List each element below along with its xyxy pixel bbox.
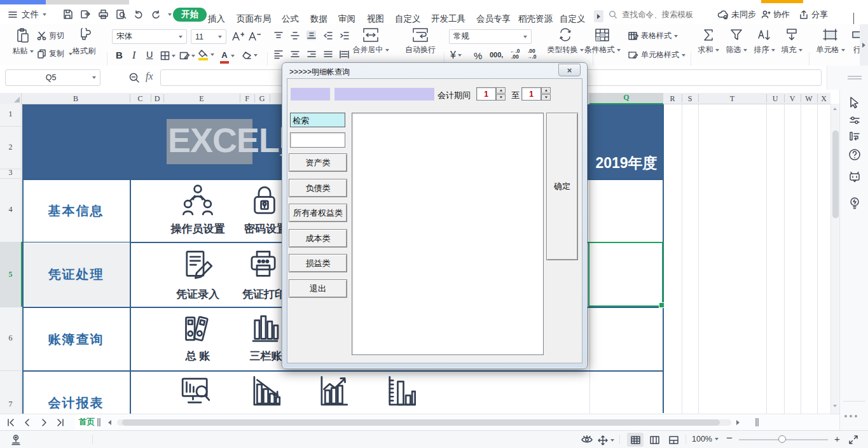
column-header-q-selected[interactable]: Q	[589, 93, 663, 104]
row-header-1[interactable]: 1	[0, 109, 21, 119]
increase-indent-icon[interactable]	[340, 31, 349, 40]
draw-border-button[interactable]	[179, 51, 195, 60]
tab-review[interactable]: 审阅	[338, 13, 355, 25]
fill-color-button[interactable]	[198, 50, 214, 60]
tab-insert[interactable]: 插入	[208, 13, 225, 25]
italic-button[interactable]: I	[132, 50, 135, 61]
save-icon[interactable]	[62, 9, 73, 20]
fill-button[interactable]: 填充	[778, 28, 806, 55]
font-size-select[interactable]: 11	[191, 29, 226, 44]
filter-button[interactable]: 筛选	[722, 28, 750, 55]
print-icon[interactable]	[98, 9, 109, 20]
panel-more-icon[interactable]	[844, 415, 847, 417]
merge-center-button[interactable]: 合并居中	[349, 28, 392, 55]
column-header-b[interactable]: B	[22, 94, 129, 104]
dialog-close-button[interactable]: ×	[558, 64, 581, 76]
tab-custom[interactable]: 自定义	[395, 13, 421, 25]
horizontal-scrollbar[interactable]	[117, 419, 731, 426]
column-header-w[interactable]: W	[801, 94, 817, 104]
zoom-level[interactable]: 100%	[692, 435, 719, 444]
voucher-entry-icon[interactable]	[179, 248, 216, 284]
column-header-v[interactable]: V	[784, 94, 801, 104]
subject-search-input[interactable]	[290, 132, 345, 148]
selection-mode-button[interactable]	[598, 435, 614, 445]
collapse-ribbon-icon[interactable]	[853, 13, 854, 25]
period-to-input[interactable]: 1	[521, 87, 541, 101]
fill-handle[interactable]	[659, 302, 665, 308]
ruler-chart-icon[interactable]	[382, 374, 419, 410]
tab-custom-2[interactable]: 自定义	[560, 13, 586, 25]
spin-down-icon[interactable]	[496, 94, 506, 101]
row-header-2[interactable]: 2	[0, 143, 21, 152]
three-column-icon[interactable]	[247, 309, 284, 347]
select-all-corner[interactable]	[0, 93, 22, 104]
print-preview-icon[interactable]	[116, 9, 127, 20]
sort-button[interactable]: 排序	[750, 28, 779, 55]
eraser-button[interactable]	[242, 51, 258, 60]
share-button[interactable]: 分享	[799, 4, 828, 24]
column-header-s[interactable]: S	[682, 94, 698, 104]
column-header-f[interactable]: F	[240, 94, 254, 104]
prev-sheet-icon[interactable]	[23, 418, 32, 427]
tabs-overflow-button[interactable]	[594, 10, 603, 22]
column-header-g[interactable]: G	[254, 94, 270, 104]
last-sheet-icon[interactable]	[56, 418, 65, 427]
paste-button[interactable]: 粘贴	[9, 28, 37, 57]
collaborate-button[interactable]: 协作	[761, 4, 790, 24]
exit-button[interactable]: 退出	[289, 279, 347, 298]
password-setup-icon[interactable]	[246, 181, 283, 218]
scroll-down-icon[interactable]	[833, 405, 837, 407]
currency-button[interactable]: ¥	[450, 50, 462, 61]
general-ledger-label[interactable]: 总 账	[160, 349, 236, 363]
spin-down-icon[interactable]	[541, 94, 551, 101]
file-menu[interactable]: 文件	[8, 4, 46, 24]
table-style-button[interactable]: 表格样式	[628, 31, 678, 41]
font-color-button[interactable]: A	[220, 49, 235, 64]
underline-button[interactable]: U	[146, 50, 153, 60]
assets-button[interactable]: 资产类	[289, 153, 347, 172]
spin-up-icon[interactable]	[496, 87, 506, 94]
view-page-break-button[interactable]	[665, 433, 682, 447]
borders-button[interactable]	[160, 51, 176, 60]
layout-flow-icon[interactable]	[849, 130, 860, 142]
voucher-print-icon[interactable]	[245, 248, 282, 284]
align-middle-icon[interactable]	[290, 31, 300, 40]
ribbon-expand-strip[interactable]	[860, 24, 868, 66]
report-view-icon[interactable]	[177, 374, 214, 410]
general-ledger-icon[interactable]	[176, 311, 214, 347]
cells-button[interactable]: 单元格	[814, 28, 847, 55]
row-header-7[interactable]: 7	[0, 400, 21, 409]
tab-membership[interactable]: 会员专享	[476, 13, 511, 25]
name-box[interactable]: Q5	[5, 69, 100, 86]
decrease-decimal-button[interactable]: .00→.0	[527, 48, 537, 60]
undo-icon[interactable]	[134, 10, 144, 20]
category-voucher[interactable]: 凭证处理	[22, 266, 130, 283]
zoom-slider[interactable]	[739, 439, 828, 440]
zoom-in-button[interactable]: +	[834, 433, 840, 444]
increase-font-icon[interactable]	[231, 31, 244, 42]
zoom-formula-icon[interactable]	[128, 72, 140, 83]
distributed-icon[interactable]	[340, 50, 349, 59]
assistant-icon[interactable]	[848, 171, 861, 183]
declining-chart-icon[interactable]	[247, 374, 284, 410]
align-top-icon[interactable]	[273, 31, 283, 40]
cost-button[interactable]: 成本类	[289, 229, 347, 248]
conditional-format-button[interactable]: 条件格式	[581, 28, 624, 55]
vertical-scrollbar[interactable]	[830, 104, 840, 414]
profit-loss-button[interactable]: 损益类	[289, 254, 347, 272]
hscroll-left-icon[interactable]	[108, 420, 111, 425]
redo-icon[interactable]	[151, 10, 161, 20]
first-sheet-icon[interactable]	[6, 418, 15, 427]
tab-formulas[interactable]: 公式	[282, 13, 299, 25]
horizontal-scroll-thumb[interactable]	[122, 419, 720, 426]
increase-decimal-button[interactable]: ←.0.00	[510, 48, 520, 60]
column-header-x[interactable]: X	[817, 94, 830, 104]
help-icon[interactable]	[848, 148, 861, 161]
period-to-spinner[interactable]	[541, 87, 551, 101]
decrease-font-icon[interactable]	[248, 31, 261, 42]
fx-icon[interactable]: fx	[146, 71, 153, 82]
cell-style-button[interactable]: 单元格样式	[628, 50, 685, 60]
align-right-icon[interactable]	[307, 50, 316, 59]
tab-docer[interactable]: 稻壳资源	[518, 13, 553, 25]
align-left-icon[interactable]	[273, 50, 283, 59]
